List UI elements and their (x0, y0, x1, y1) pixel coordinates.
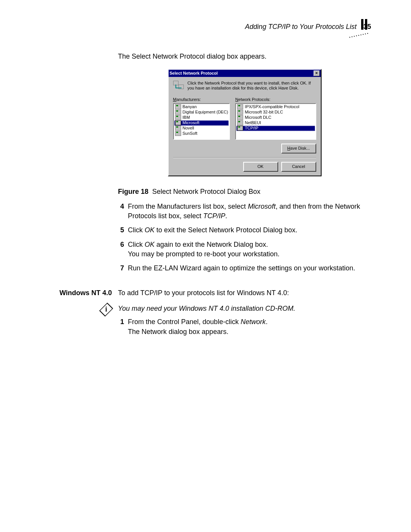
instruction-step: 4From the Manufacturers list box, select… (118, 202, 371, 223)
protocol-icon (237, 115, 243, 120)
dialog-title-bar: Select Network Protocol ✕ (169, 70, 321, 77)
section-heading-nt: Windows NT 4.0 (57, 288, 118, 298)
list-item[interactable]: Novell (174, 126, 229, 131)
intro-text: The Select Network Protocol dialog box a… (118, 52, 371, 61)
manufacturers-label: Manufacturers: (173, 97, 230, 102)
instruction-step: 5Click OK to exit the Select Network Pro… (118, 225, 371, 237)
nt-intro: To add TCP/IP to your protocols list for… (118, 288, 371, 298)
list-item[interactable]: Banyan (174, 104, 229, 110)
instruction-step: 6Click OK again to exit the Network Dial… (118, 240, 371, 261)
list-item-label: NetBEUI (245, 120, 261, 125)
instruction-step: 7Run the EZ-LAN Wizard again to optimize… (118, 264, 371, 275)
list-item-label: TCP/IP (245, 126, 258, 131)
list-item-label: IBM (183, 115, 190, 120)
protocol-icon (175, 104, 181, 109)
list-item-label: Microsoft 32-bit DLC (245, 110, 283, 115)
step-number: 5 (118, 225, 124, 237)
protocol-icon (237, 126, 243, 131)
cancel-button[interactable]: Cancel (281, 162, 316, 172)
protocol-icon (237, 110, 243, 115)
protocols-listbox[interactable]: IPX/SPX-compatible ProtocolMicrosoft 32-… (235, 103, 316, 140)
ok-button[interactable]: OK (243, 162, 278, 172)
select-network-protocol-dialog: Select Network Protocol ✕ Click the Netw… (168, 69, 322, 176)
protocol-icon (175, 115, 181, 120)
step-body: Run the EZ-LAN Wizard again to optimize … (128, 264, 371, 275)
header-title: Adding TCP/IP to Your Protocols List (245, 22, 357, 32)
protocol-icon (175, 120, 181, 125)
list-item-label: Banyan (183, 104, 197, 109)
step-body: Click OK to exit the Select Network Prot… (128, 225, 371, 237)
nt-note: You may need your Windows NT 4.0 install… (118, 304, 371, 313)
list-item[interactable]: Digital Equipment (DEC) (174, 110, 229, 115)
step-number: 1 (118, 317, 124, 339)
header-ornament (348, 30, 373, 37)
step-number: 6 (118, 240, 124, 261)
list-item[interactable]: Microsoft (174, 120, 229, 126)
protocols-label: Network Protocols: (235, 97, 316, 102)
protocol-icon (237, 104, 243, 109)
list-item[interactable]: SunSoft (174, 131, 229, 136)
list-item-label: Microsoft (183, 120, 200, 125)
list-item[interactable]: NetBEUI (236, 120, 315, 126)
dialog-instruction: Click the Network Protocol that you want… (188, 81, 316, 91)
have-disk-button[interactable]: Have Disk... (281, 144, 316, 153)
list-item[interactable]: IPX/SPX-compatible Protocol (236, 104, 315, 110)
step-number: 4 (118, 202, 124, 223)
info-icon: i (100, 304, 112, 315)
network-icon (173, 81, 184, 90)
step-body: Click OK again to exit the Network Dialo… (128, 240, 371, 261)
list-item[interactable]: Microsoft DLC (236, 115, 315, 120)
step-body: From the Manufacturers list box, select … (128, 202, 371, 223)
dialog-title: Select Network Protocol (170, 71, 218, 76)
list-item[interactable]: TCP/IP (236, 126, 315, 131)
figure-caption: Figure 18 Select Network Protocol Dialog… (118, 187, 371, 197)
protocol-icon (175, 126, 181, 131)
protocol-icon (175, 131, 181, 136)
list-item[interactable]: IBM (174, 115, 229, 120)
instruction-step: 1From the Control Panel, double-click Ne… (118, 317, 371, 339)
list-item-label: IPX/SPX-compatible Protocol (245, 104, 299, 109)
list-item-label: Digital Equipment (DEC) (183, 110, 228, 115)
close-icon[interactable]: ✕ (314, 70, 320, 76)
step-body: From the Control Panel, double-click Net… (128, 317, 371, 339)
manufacturers-listbox[interactable]: BanyanDigital Equipment (DEC)IBMMicrosof… (173, 103, 230, 140)
protocol-icon (175, 110, 181, 115)
list-item-label: Novell (183, 126, 194, 131)
list-item-label: Microsoft DLC (245, 115, 271, 120)
step-number: 7 (118, 264, 124, 275)
list-item[interactable]: Microsoft 32-bit DLC (236, 110, 315, 115)
list-item-label: SunSoft (183, 131, 198, 136)
protocol-icon (237, 120, 243, 125)
